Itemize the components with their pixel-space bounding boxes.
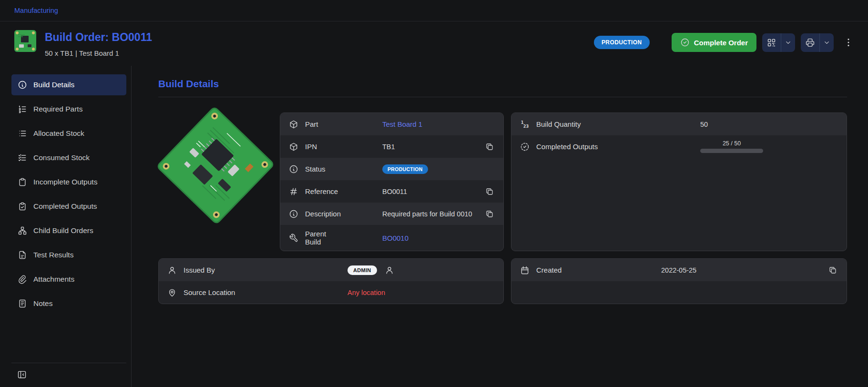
map-pin-icon xyxy=(167,288,177,297)
info-circle-icon xyxy=(18,80,27,90)
qr-code-button[interactable] xyxy=(762,33,781,52)
detail-row-created: Created 2022-05-25 xyxy=(511,259,847,281)
progress-check-icon xyxy=(520,142,530,152)
chevron-down-icon xyxy=(823,39,830,46)
part-thumbnail[interactable] xyxy=(14,30,36,52)
info-circle-icon xyxy=(289,164,298,174)
copy-icon xyxy=(485,210,494,218)
build-order-page: Manufacturing Build Order: BO0011 50 x T… xyxy=(0,0,868,387)
row-label: Build Quantity xyxy=(536,120,694,128)
build-details-table: Part Test Board 1 IPN TB1 Status xyxy=(280,112,504,251)
main-panel: Build Details xyxy=(132,66,868,387)
sidebar-item-label: Incomplete Outputs xyxy=(33,178,97,186)
sidebar-item-label: Attachments xyxy=(33,275,74,284)
sidebar-item-consumed-stock[interactable]: Consumed Stock xyxy=(11,147,126,168)
copy-button[interactable] xyxy=(484,186,495,197)
sidebar-item-label: Required Parts xyxy=(33,105,82,113)
progress-bar xyxy=(700,149,763,153)
detail-row-status: Status PRODUCTION xyxy=(280,158,503,180)
page-subtitle: 50 x TB1 | Test Board 1 xyxy=(45,49,152,57)
print-menu-chevron[interactable] xyxy=(819,33,834,52)
print-actions xyxy=(801,33,834,52)
calendar-icon xyxy=(520,265,530,275)
detail-row-completed-outputs: Completed Outputs 25 / 50 xyxy=(511,135,847,158)
qr-code-icon xyxy=(766,38,776,48)
detail-row-reference: Reference BO0011 xyxy=(280,180,503,203)
copy-button[interactable] xyxy=(484,209,495,219)
sidebar-item-incomplete-outputs[interactable]: Incomplete Outputs xyxy=(11,172,126,193)
sidebar-collapse-icon xyxy=(17,370,27,379)
status-value-badge: PRODUCTION xyxy=(382,164,428,174)
sitemap-icon xyxy=(18,226,27,235)
notes-icon xyxy=(18,299,27,308)
page-title: Build Order: BO0011 xyxy=(45,31,152,44)
row-label: Parent Build xyxy=(305,230,338,246)
issue-table: Issued By ADMIN Source Location Any loca… xyxy=(158,258,504,304)
parent-build-link[interactable]: BO0010 xyxy=(382,234,408,242)
sidebar-item-required-parts[interactable]: Required Parts xyxy=(11,99,126,120)
panel-divider xyxy=(158,97,847,97)
list-numbers-icon xyxy=(18,104,27,114)
sidebar-item-label: Completed Outputs xyxy=(33,202,97,211)
sidebar-item-label: Child Build Orders xyxy=(33,226,93,235)
info-circle-icon xyxy=(289,209,298,219)
box-icon xyxy=(289,120,298,129)
sidebar-item-test-results[interactable]: Test Results xyxy=(11,244,126,265)
breadcrumb-link-manufacturing[interactable]: Manufacturing xyxy=(14,7,58,14)
detail-row-build-quantity: 123 Build Quantity 50 xyxy=(511,113,847,135)
list-check-icon xyxy=(18,153,27,163)
row-label: Source Location xyxy=(184,288,341,296)
copy-icon xyxy=(485,187,494,196)
issued-by-badge: ADMIN xyxy=(347,265,377,275)
user-icon xyxy=(167,265,177,275)
row-label: IPN xyxy=(305,143,376,151)
copy-button[interactable] xyxy=(484,142,495,152)
sidebar-item-label: Allocated Stock xyxy=(33,129,84,138)
collapse-sidebar-button[interactable] xyxy=(17,370,27,379)
actions-menu-button[interactable] xyxy=(841,35,856,50)
part-image[interactable] xyxy=(158,112,273,251)
sidebar-item-label: Notes xyxy=(33,299,53,308)
panel-title: Build Details xyxy=(158,78,847,90)
row-label: Part xyxy=(305,120,376,128)
build-quantity-table: 123 Build Quantity 50 Completed Outputs … xyxy=(511,112,847,251)
detail-row-parent-build: Parent Build BO0010 xyxy=(280,225,503,251)
chevron-down-icon xyxy=(785,39,792,46)
sidebar-item-allocated-stock[interactable]: Allocated Stock xyxy=(11,123,126,144)
copy-icon xyxy=(485,143,494,151)
clipboard-check-icon xyxy=(18,202,27,211)
printer-icon xyxy=(805,38,815,48)
sidebar-item-label: Test Results xyxy=(33,251,73,259)
barcode-menu-chevron[interactable] xyxy=(781,33,795,52)
copy-icon xyxy=(828,266,837,275)
source-location-value: Any location xyxy=(347,289,495,296)
row-label: Completed Outputs xyxy=(536,143,694,151)
complete-order-label: Complete Order xyxy=(694,39,748,47)
row-label: Created xyxy=(536,266,654,274)
row-label: Description xyxy=(305,210,376,218)
row-label: Status xyxy=(305,165,376,173)
description-value: Required parts for Build 0010 xyxy=(382,210,478,218)
sidebar-item-build-details[interactable]: Build Details xyxy=(11,74,126,95)
details-grid: Part Test Board 1 IPN TB1 Status xyxy=(158,112,847,304)
sidebar-item-child-build-orders[interactable]: Child Build Orders xyxy=(11,220,126,241)
tools-icon xyxy=(289,233,298,243)
progress-label: 25 / 50 xyxy=(723,140,741,147)
row-label: Reference xyxy=(305,187,376,195)
page-body: Build Details Required Parts Allocated S… xyxy=(0,66,868,387)
sidebar-item-label: Consumed Stock xyxy=(33,153,90,162)
user-icon xyxy=(385,265,394,275)
sidebar-item-attachments[interactable]: Attachments xyxy=(11,269,126,290)
svg-text:23: 23 xyxy=(523,123,529,128)
detail-row-issued-by: Issued By ADMIN xyxy=(159,259,503,281)
detail-row-source-location: Source Location Any location xyxy=(159,281,503,304)
sidebar-item-completed-outputs[interactable]: Completed Outputs xyxy=(11,196,126,217)
status-badge: PRODUCTION xyxy=(594,36,650,49)
part-link[interactable]: Test Board 1 xyxy=(382,120,422,128)
sidebar-item-notes[interactable]: Notes xyxy=(11,293,126,314)
copy-button[interactable] xyxy=(827,265,838,275)
print-button[interactable] xyxy=(801,33,819,52)
header-titles: Build Order: BO0011 50 x TB1 | Test Boar… xyxy=(45,30,152,57)
detail-row-ipn: IPN TB1 xyxy=(280,135,503,158)
complete-order-button[interactable]: Complete Order xyxy=(672,33,756,52)
